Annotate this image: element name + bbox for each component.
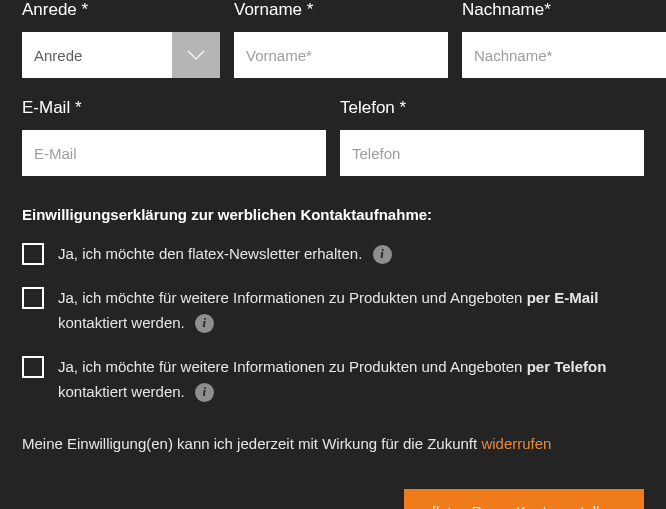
submit-button[interactable]: flatex Demo Konto erstellen [404,489,644,509]
info-icon[interactable]: i [373,245,392,264]
revoke-text-span: Meine Einwilligung(en) kann ich jederzei… [22,435,481,452]
consent-text-phone-post: kontaktiert werden. [58,383,185,400]
consent-text-phone-pre: Ja, ich möchte für weitere Informationen… [58,358,527,375]
consent-row-phone: Ja, ich möchte für weitere Informationen… [22,354,644,405]
label-anrede: Anrede * [22,0,220,20]
consent-text-newsletter: Ja, ich möchte den flatex-Newsletter erh… [58,241,392,267]
chevron-down-icon [172,32,220,78]
field-telefon: Telefon * [340,98,644,176]
checkbox-email-info[interactable] [22,287,44,309]
info-icon[interactable]: i [195,314,214,333]
revoke-link[interactable]: widerrufen [481,435,551,452]
field-vorname: Vorname * [234,0,448,78]
label-nachname: Nachname* [462,0,666,20]
consent-heading: Einwilligungserklärung zur werblichen Ko… [22,206,644,223]
input-nachname[interactable] [462,32,666,78]
info-icon[interactable]: i [195,383,214,402]
checkbox-phone-info[interactable] [22,356,44,378]
select-anrede-value: Anrede [22,32,172,78]
consent-text-email-pre: Ja, ich möchte für weitere Informationen… [58,289,527,306]
select-anrede[interactable]: Anrede [22,32,220,78]
input-vorname[interactable] [234,32,448,78]
field-anrede: Anrede * Anrede [22,0,220,78]
field-email: E-Mail * [22,98,326,176]
consent-text-email-bold: per E-Mail [527,289,599,306]
consent-text-email-post: kontaktiert werden. [58,314,185,331]
submit-row: flatex Demo Konto erstellen [22,489,644,509]
input-telefon[interactable] [340,130,644,176]
consent-text-phone-bold: per Telefon [527,358,607,375]
consent-text-phone: Ja, ich möchte für weitere Informationen… [58,354,644,405]
consent-row-email: Ja, ich möchte für weitere Informationen… [22,285,644,336]
consent-text-email: Ja, ich möchte für weitere Informationen… [58,285,644,336]
label-email: E-Mail * [22,98,326,118]
field-nachname: Nachname* [462,0,666,78]
input-email[interactable] [22,130,326,176]
consent-row-newsletter: Ja, ich möchte den flatex-Newsletter erh… [22,241,644,267]
revoke-text: Meine Einwilligung(en) kann ich jederzei… [22,433,644,456]
label-vorname: Vorname * [234,0,448,20]
label-telefon: Telefon * [340,98,644,118]
consent-text-newsletter-span: Ja, ich möchte den flatex-Newsletter erh… [58,245,362,262]
checkbox-newsletter[interactable] [22,243,44,265]
